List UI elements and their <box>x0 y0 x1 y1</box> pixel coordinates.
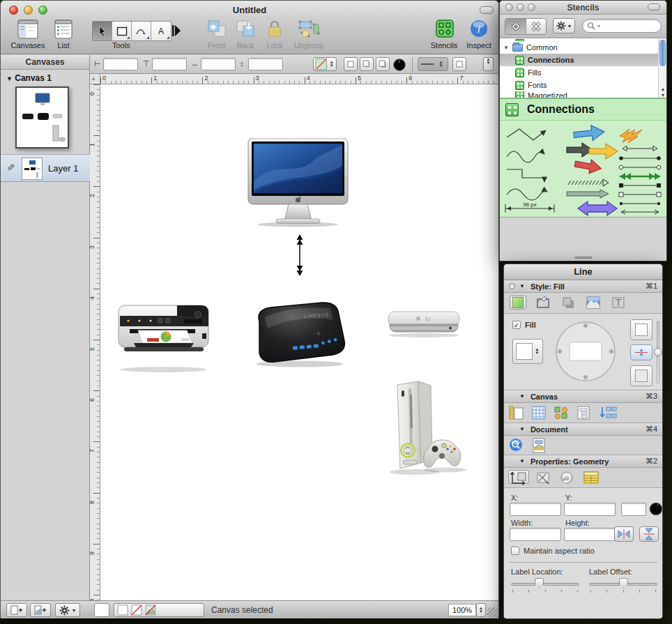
selection-tool-button[interactable] <box>93 22 112 40</box>
stencil-item-fonts[interactable]: Fonts <box>500 79 666 91</box>
geometry-section-header[interactable]: ▼ Properties: Geometry ⌘2 <box>504 455 662 468</box>
document-section-header[interactable]: ▼ Document ⌘4 <box>504 423 662 436</box>
fill-style-button[interactable]: ▲▼ <box>313 57 337 71</box>
disclosure-triangle-icon[interactable]: ▼ <box>519 283 525 289</box>
sidebar-canvas-row[interactable]: ▼ Canvas 1 <box>1 70 89 83</box>
stencil-line-filled-dots[interactable] <box>619 156 661 160</box>
stencils-collapse-widget[interactable] <box>648 3 660 10</box>
label-location-slider[interactable] <box>511 583 579 586</box>
shadow-style-button-3[interactable] <box>376 57 390 71</box>
stencil-list-scrollbar[interactable]: ▲▼ <box>658 38 666 98</box>
layout-tab[interactable] <box>597 405 614 419</box>
stencil-gear-menu-button[interactable]: ▼ <box>553 18 575 33</box>
new-layer-button[interactable] <box>30 603 51 617</box>
status-gear-menu-button[interactable]: ▼ <box>55 603 80 617</box>
document-data-tab[interactable] <box>530 438 547 452</box>
stencil-measurement-line[interactable]: 96 px <box>505 201 554 213</box>
line-tool-button[interactable] <box>132 22 151 40</box>
zoom-level-field[interactable]: 100% <box>448 604 476 616</box>
style-section-header[interactable]: ▼ Style: Fill ⌘1 <box>504 280 662 293</box>
stencil-search-field[interactable]: ▾ <box>582 19 662 33</box>
image-tab[interactable] <box>585 296 602 310</box>
inspector-close-circle-icon[interactable] <box>509 283 515 289</box>
stroke-tab[interactable] <box>535 296 551 310</box>
stencil-item-fills[interactable]: Fills <box>500 66 666 79</box>
fill-tab[interactable] <box>510 296 526 310</box>
inspect-toolbar-button[interactable]: i Inspect <box>464 19 494 50</box>
y-field[interactable] <box>564 503 616 516</box>
stencil-line-small-dots[interactable] <box>620 202 660 205</box>
fill-color-well[interactable]: ▲▼ <box>512 339 543 364</box>
gradient-start-swatch[interactable] <box>630 319 652 340</box>
tools-overflow-icon[interactable] <box>171 24 181 38</box>
connection-arrow-object[interactable] <box>295 234 305 276</box>
imac-object[interactable] <box>247 138 349 227</box>
line-style-button[interactable]: ▲▼ <box>418 57 448 71</box>
canvas-size-tab[interactable] <box>508 405 525 419</box>
fill-checkbox[interactable]: ✓ <box>512 321 521 329</box>
canvas-fill-swatch[interactable] <box>94 603 109 617</box>
stencil-folder-common[interactable]: ▼ Common <box>500 41 666 54</box>
height-field[interactable] <box>564 528 616 541</box>
stencil-line-open-squares[interactable] <box>619 192 661 197</box>
x-position-field[interactable] <box>103 58 138 70</box>
stencil-item-connections[interactable]: Connections <box>500 54 666 66</box>
slider-thumb[interactable] <box>619 578 628 588</box>
gradient-end-swatch[interactable] <box>630 365 652 386</box>
text-tool-button[interactable]: A <box>151 22 171 40</box>
flip-horizontal-button[interactable] <box>614 526 634 542</box>
stencil-curved-line[interactable] <box>507 151 544 162</box>
stencil-purple-double-arrow[interactable] <box>578 201 617 215</box>
maintain-aspect-ratio-checkbox[interactable] <box>511 547 519 555</box>
label-offset-slider[interactable] <box>589 583 657 586</box>
gradient-swap-button[interactable]: ▲ ▼ <box>630 344 652 360</box>
stencil-line-open-circles[interactable] <box>619 165 661 169</box>
scrollbar-arrows[interactable]: ▲▼ <box>659 86 666 98</box>
router-object[interactable]: LINKSYS <box>248 300 349 369</box>
grid-tab[interactable] <box>530 405 547 419</box>
width-field[interactable] <box>201 58 236 70</box>
stencil-solid-arrow[interactable] <box>567 190 609 198</box>
stencil-wavy-line[interactable] <box>507 189 547 200</box>
height-field[interactable] <box>248 58 283 70</box>
y-position-field[interactable] <box>152 58 187 70</box>
stencil-hatched-arrow[interactable] <box>568 179 609 186</box>
stencil-yellow-arrow[interactable] <box>589 144 618 159</box>
slider-thumb[interactable] <box>535 578 544 588</box>
shadow-style-button-1[interactable] <box>344 57 358 71</box>
stencil-item-magnetized[interactable]: Magnetized <box>500 91 666 98</box>
scrollbar-thumb[interactable] <box>659 40 666 66</box>
printer-object[interactable] <box>114 297 213 375</box>
stroke-width-stepper[interactable]: ▲▼ <box>483 57 494 71</box>
back-toolbar-button[interactable]: Back <box>232 19 259 50</box>
document-canvas[interactable]: LINKSYS tv <box>100 84 498 600</box>
flip-vertical-button[interactable] <box>639 526 659 542</box>
lock-toolbar-button[interactable]: Lock <box>261 19 288 50</box>
x-field[interactable] <box>510 503 561 516</box>
shape-transform-tab[interactable] <box>535 470 551 484</box>
disclosure-triangle-icon[interactable]: ▼ <box>519 458 525 464</box>
stencil-orthogonal-line[interactable] <box>507 169 544 182</box>
shape-tool-button[interactable] <box>112 22 132 40</box>
stencil-line-thin-arrows[interactable] <box>621 210 659 214</box>
stencils-toolbar-button[interactable]: Stencils <box>428 19 460 50</box>
note-tab[interactable] <box>582 470 599 484</box>
collapse-widget[interactable] <box>480 6 494 14</box>
disclosure-triangle-icon[interactable]: ▼ <box>519 426 525 432</box>
document-magnify-tab[interactable] <box>508 438 525 452</box>
rotation-dial[interactable] <box>649 502 663 516</box>
text-fill-tab[interactable]: T <box>610 296 627 310</box>
geometry-tab[interactable] <box>508 470 529 484</box>
ungroup-toolbar-button[interactable]: Ungroup <box>289 19 328 50</box>
stencil-view-list-button[interactable] <box>526 19 546 34</box>
line-endpoint-button[interactable] <box>452 57 466 71</box>
slider-knob[interactable] <box>654 348 662 356</box>
stencil-line-open-arrows[interactable] <box>623 146 657 151</box>
shadow-style-button-2[interactable] <box>360 57 374 71</box>
disclosure-triangle-icon[interactable]: ▼ <box>519 393 525 399</box>
front-toolbar-button[interactable]: Front <box>203 19 231 50</box>
width-field[interactable] <box>510 528 561 541</box>
window-resize-grip[interactable] <box>487 607 497 617</box>
sidebar-layer-row[interactable]: ✎ Layer 1 <box>1 154 90 182</box>
disclosure-triangle-icon[interactable]: ▼ <box>500 45 512 51</box>
